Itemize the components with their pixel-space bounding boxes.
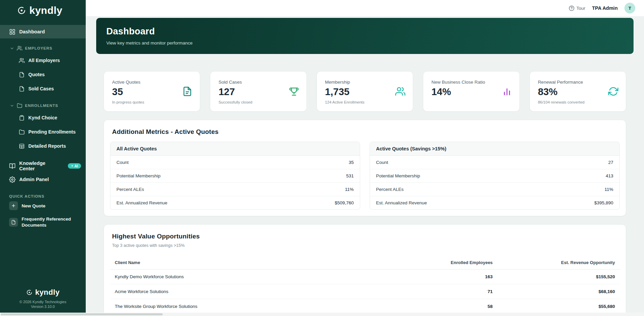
page-subtitle: View key metrics and monitor performance bbox=[106, 40, 623, 46]
table-icon bbox=[19, 143, 25, 149]
quick-actions-heading: QUICK ACTIONS bbox=[0, 194, 86, 198]
tour-button[interactable]: Tour bbox=[569, 5, 585, 11]
sidebar-item-knowledge-center[interactable]: Knowledge Center ✦AI bbox=[0, 159, 86, 173]
refresh-icon bbox=[608, 86, 618, 96]
panel-title: Highest Value Opportunities bbox=[110, 233, 620, 240]
metric-label: Membership bbox=[325, 80, 405, 85]
enrolled-employees-cell: 58 bbox=[375, 299, 497, 314]
sidebar-nav: Dashboard EMPLOYERS All Employers bbox=[0, 25, 86, 288]
table-row: Acme Workforce Solutions 71 $68,160 bbox=[110, 284, 620, 299]
row-label: Potential Membership bbox=[116, 173, 161, 178]
sidebar-section-employers[interactable]: EMPLOYERS bbox=[0, 43, 86, 53]
section-label: ENROLLMENTS bbox=[25, 104, 58, 108]
column-header-client-name: Client Name bbox=[110, 256, 375, 269]
chevron-down-icon bbox=[10, 104, 14, 108]
footer-brand-logo: kyndly bbox=[0, 288, 86, 297]
metric-value: 1,735 bbox=[325, 86, 405, 97]
enrolled-employees-cell: 71 bbox=[375, 284, 497, 299]
folder-icon bbox=[17, 103, 22, 108]
user-role-label: TPA Admin bbox=[592, 5, 618, 11]
content: Dashboard View key metrics and monitor p… bbox=[86, 16, 644, 316]
metric-card-renewal-performance: Renewal Performance 83% 86/104 renewals … bbox=[530, 71, 626, 112]
section-label: EMPLOYERS bbox=[25, 46, 52, 50]
app-window: kyndly Dashboard EMPLOYERS bbox=[0, 0, 644, 316]
revenue-cell: $155,520 bbox=[498, 269, 620, 284]
row-value: $395,890 bbox=[594, 200, 613, 205]
highest-value-opportunities-panel: Highest Value Opportunities Top 3 active… bbox=[104, 224, 626, 316]
content-inner: Active Quotes 35 In progress quotes Sold… bbox=[96, 71, 634, 316]
metric-label: Sold Cases bbox=[218, 80, 298, 85]
table-row: Est. Annualized Revenue $509,760 bbox=[110, 196, 360, 209]
avatar[interactable]: T bbox=[624, 3, 635, 13]
brand-wordmark: kyndly bbox=[29, 5, 62, 16]
file-icon bbox=[19, 86, 25, 92]
ai-badge: ✦AI bbox=[68, 163, 81, 169]
sidebar-item-detailed-reports[interactable]: Detailed Reports bbox=[0, 139, 86, 153]
table-row: Count 35 bbox=[110, 156, 360, 169]
sidebar-item-dashboard[interactable]: Dashboard bbox=[0, 25, 86, 38]
horizontal-scrollbar[interactable] bbox=[0, 313, 644, 316]
row-label: Potential Membership bbox=[376, 173, 420, 178]
sidebar-section-enrollments[interactable]: ENROLLMENTS bbox=[0, 100, 86, 111]
main-area: Tour TPA Admin T Dashboard View key metr… bbox=[86, 0, 644, 316]
tour-label: Tour bbox=[576, 6, 585, 11]
sidebar-item-label: Knowledge Center bbox=[19, 161, 61, 171]
sidebar-item-label: Quotes bbox=[28, 72, 45, 77]
file-icon bbox=[19, 72, 25, 78]
help-circle-icon bbox=[569, 5, 574, 11]
scrollbar-thumb[interactable] bbox=[1, 313, 163, 315]
table-title: All Active Quotes bbox=[110, 142, 360, 156]
table-row: Count 27 bbox=[370, 156, 619, 169]
sidebar-item-label: Kynd Choice bbox=[28, 115, 57, 120]
table-header-row: Client Name Enrolled Employees Est. Reve… bbox=[110, 256, 620, 269]
clipboard-icon bbox=[19, 115, 25, 121]
sidebar-item-label: New Quote bbox=[22, 203, 46, 208]
page-title: Dashboard bbox=[106, 26, 623, 37]
chevron-down-icon bbox=[10, 46, 14, 51]
table-row: Percent ALEs 11% bbox=[110, 183, 360, 196]
kyndly-logo-icon bbox=[17, 6, 26, 15]
metric-subtext: 124 Active Enrollments bbox=[325, 100, 405, 105]
sidebar-item-pending-enrollments[interactable]: Pending Enrollments bbox=[0, 125, 86, 139]
sidebar-item-label: Admin Panel bbox=[19, 177, 49, 182]
additional-metrics-tables: All Active Quotes Count 35 Potential Mem… bbox=[110, 142, 620, 210]
sidebar-item-frequently-referenced-documents[interactable]: Frequently Referenced Documents bbox=[0, 213, 86, 231]
sidebar-item-label: Pending Enrollments bbox=[28, 129, 76, 135]
topbar: Tour TPA Admin T bbox=[86, 0, 644, 16]
sidebar-item-label: Dashboard bbox=[19, 29, 45, 34]
column-header-est-revenue-opportunity: Est. Revenue Opportunity bbox=[498, 256, 620, 269]
bar-chart-icon bbox=[502, 86, 512, 96]
panel-subtitle: Top 3 active quotes with savings >15% bbox=[110, 243, 620, 248]
sidebar-item-sold-cases[interactable]: Sold Cases bbox=[0, 82, 86, 96]
metrics-row: Active Quotes 35 In progress quotes Sold… bbox=[104, 71, 626, 112]
client-name-cell: Acme Workforce Solutions bbox=[110, 284, 375, 299]
sidebar-item-admin-panel[interactable]: Admin Panel bbox=[0, 173, 86, 186]
row-value: 27 bbox=[608, 160, 613, 165]
metric-label: Renewal Performance bbox=[538, 80, 618, 85]
additional-metrics-panel: Additional Metrics - Active Quotes All A… bbox=[104, 120, 626, 216]
sidebar-item-quotes[interactable]: Quotes bbox=[0, 67, 86, 82]
metric-subtext: Successfully closed bbox=[218, 100, 298, 105]
table-row: The Worksite Group Workforce Solutions 5… bbox=[110, 299, 620, 314]
sidebar: kyndly Dashboard EMPLOYERS bbox=[0, 0, 86, 316]
row-value: 11% bbox=[345, 187, 354, 192]
users-icon bbox=[19, 58, 25, 63]
page-header-banner: Dashboard View key metrics and monitor p… bbox=[96, 18, 634, 54]
all-active-quotes-table: All Active Quotes Count 35 Potential Mem… bbox=[110, 142, 360, 210]
row-label: Est. Annualized Revenue bbox=[116, 200, 167, 205]
client-name-cell: The Worksite Group Workforce Solutions bbox=[110, 299, 375, 314]
row-value: 531 bbox=[346, 173, 354, 178]
metric-value: 127 bbox=[218, 86, 298, 97]
row-label: Percent ALEs bbox=[116, 187, 144, 192]
metric-card-active-quotes: Active Quotes 35 In progress quotes bbox=[104, 71, 200, 112]
sidebar-item-kynd-choice[interactable]: Kynd Choice bbox=[0, 111, 86, 125]
copyright-text: © 2026 Kyndly Technologies bbox=[0, 300, 86, 304]
row-label: Count bbox=[116, 160, 129, 165]
sidebar-item-label: Sold Cases bbox=[28, 86, 54, 91]
row-value: 35 bbox=[349, 160, 354, 165]
table-row: Potential Membership 413 bbox=[370, 169, 619, 183]
metric-subtext: In progress quotes bbox=[112, 100, 192, 105]
sidebar-item-new-quote[interactable]: New Quote bbox=[0, 198, 86, 213]
sidebar-item-all-employers[interactable]: All Employers bbox=[0, 53, 86, 67]
row-value: 413 bbox=[606, 173, 613, 178]
